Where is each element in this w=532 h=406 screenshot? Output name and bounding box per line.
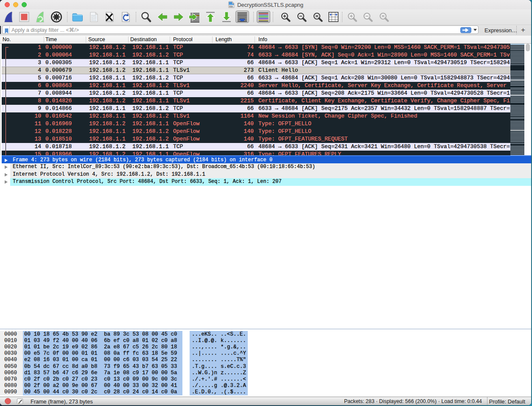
- svg-text:010: 010: [229, 5, 233, 8]
- svg-text:0111: 0111: [91, 19, 96, 22]
